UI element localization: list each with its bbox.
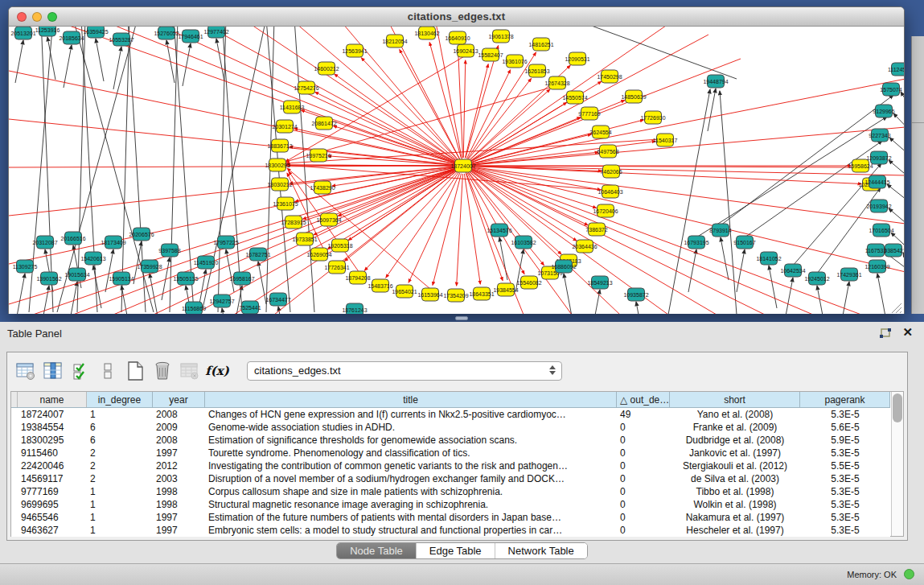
network-node[interactable]: 19205318 [327, 239, 352, 252]
network-node[interactable]: 16153964 [417, 288, 442, 301]
table-row[interactable]: 2242004622012Investigating the contribut… [11, 459, 890, 472]
network-node[interactable]: 15582407 [478, 48, 503, 61]
network-node[interactable]: 15905134 [109, 272, 133, 285]
network-node[interactable]: 16640910 [445, 31, 470, 44]
network-node[interactable]: 17016504 [869, 224, 893, 237]
network-node[interactable]: 15420613 [80, 252, 105, 265]
network-node[interactable]: 20861472 [311, 117, 336, 130]
network-node[interactable]: 16734477 [265, 293, 290, 306]
table-vertical-scrollbar[interactable] [891, 392, 903, 536]
network-node[interactable]: 20166516 [60, 232, 85, 245]
network-node[interactable]: 17726930 [640, 111, 665, 124]
network-node[interactable]: 7525441 [239, 301, 261, 314]
table-row[interactable]: 1456911722003Disruption of a novel membe… [11, 472, 890, 485]
table-row[interactable]: 911546021997Tourette syndrome. Phenomeno… [11, 447, 890, 459]
network-node[interactable]: 9397588 [158, 244, 180, 257]
network-node[interactable]: 1575074 [880, 83, 901, 96]
table-row[interactable]: 946362711997Embryonic stem cells: a mode… [11, 524, 890, 537]
network-node[interactable]: 18173409 [101, 236, 125, 249]
network-node[interactable]: 18212054 [382, 35, 407, 47]
table-selector-dropdown[interactable]: citations_edges.txt [247, 361, 562, 381]
table-row[interactable]: 969969511998Structural magnetic resonanc… [11, 498, 890, 511]
network-node[interactable]: 10935872 [623, 288, 648, 301]
network-node[interactable]: 19361076 [502, 55, 527, 68]
network-node[interactable]: 20301274 [272, 120, 297, 133]
network-node[interactable]: 8793914 [709, 224, 731, 237]
tab-network-table[interactable]: Network Table [495, 543, 587, 558]
network-node[interactable]: 9150167 [733, 236, 755, 249]
minimize-window-icon[interactable] [32, 12, 42, 22]
network-node[interactable]: 16902413 [453, 44, 478, 57]
network-node[interactable]: 18130462 [414, 27, 439, 39]
column-header-name[interactable]: name [18, 392, 87, 407]
network-node[interactable]: 16720406 [593, 204, 618, 217]
network-node[interactable]: 3624554 [589, 126, 611, 138]
select-columns-icon[interactable] [68, 359, 92, 383]
network-node[interactable]: 12942757 [209, 295, 234, 307]
network-node[interactable]: 9129966 [873, 105, 894, 117]
network-node[interactable]: 16103582 [511, 236, 536, 249]
network-node[interactable]: 19245012 [804, 272, 829, 285]
network-node[interactable]: 12563941 [342, 44, 367, 57]
network-node[interactable]: 11124579 [888, 63, 904, 76]
network-node[interactable]: 19384554 [493, 283, 518, 296]
network-node[interactable]: 11309275 [13, 260, 38, 273]
network-node[interactable]: 11451920 [194, 256, 219, 269]
table-mode-icon[interactable] [14, 359, 38, 383]
table-row[interactable]: 977716911998Corpus callosum shape and si… [11, 485, 890, 498]
network-node[interactable]: 17946461 [178, 30, 203, 43]
network-node[interactable]: 18643351 [469, 287, 494, 300]
network-node[interactable]: 11253916 [35, 27, 60, 36]
network-node[interactable]: 9777169 [578, 107, 600, 120]
column-header-gutter[interactable] [11, 392, 18, 407]
tab-node-table[interactable]: Node Table [337, 543, 417, 558]
network-node[interactable]: 20206576 [129, 228, 154, 241]
network-node[interactable]: 17438290 [310, 181, 335, 194]
zoom-window-icon[interactable] [47, 12, 57, 22]
network-node[interactable]: 16782751 [245, 248, 270, 261]
network-node[interactable]: 15546082 [516, 276, 541, 289]
column-header-pagerank[interactable]: pagerank [800, 392, 890, 407]
network-node[interactable]: 17429361 [836, 268, 861, 281]
network-node[interactable]: 18141052 [756, 252, 781, 265]
network-node[interactable]: 20312087 [32, 236, 57, 249]
column-header-year[interactable]: year [153, 392, 205, 407]
network-node[interactable]: 19733851 [292, 233, 317, 245]
table-row[interactable]: 1830029562008Estimation of significance … [11, 434, 890, 447]
network-node[interactable]: 9227343 [869, 129, 890, 142]
float-panel-icon[interactable] [879, 328, 892, 340]
network-node[interactable]: 19061378 [488, 30, 513, 43]
network-node[interactable]: 14816251 [528, 38, 553, 51]
column-header-in_degree[interactable]: in_degree [87, 392, 153, 407]
network-node[interactable]: 20185634 [59, 31, 84, 44]
network-node[interactable]: 16261853 [524, 64, 549, 77]
function-builder-icon[interactable]: f(x) [205, 359, 229, 383]
network-node[interactable]: 17450298 [597, 70, 622, 83]
network-node[interactable]: 7386372 [585, 223, 607, 236]
splitter-handle[interactable] [455, 316, 468, 320]
network-node[interactable]: 13901562 [36, 272, 61, 285]
network-node[interactable]: 11540317 [653, 134, 678, 146]
network-node[interactable]: 7462066 [600, 165, 622, 178]
network-node[interactable]: 18761243 [342, 303, 367, 314]
close-window-icon[interactable] [17, 12, 27, 22]
network-node[interactable]: 16793195 [684, 236, 708, 249]
network-node[interactable]: 1167533 [865, 244, 887, 257]
show-column-icon[interactable] [41, 359, 65, 383]
network-node[interactable]: 15958624 [848, 159, 873, 172]
network-node[interactable]: 11156869 [182, 302, 206, 314]
row-height-icon[interactable] [96, 359, 120, 383]
network-node[interactable]: 12090531 [565, 52, 589, 65]
delete-column-icon[interactable] [150, 359, 175, 383]
network-node[interactable]: 15134576 [487, 224, 511, 237]
panel-splitter[interactable] [0, 314, 924, 322]
network-node[interactable]: 14600212 [314, 62, 339, 75]
network-node[interactable]: 12674328 [544, 76, 569, 89]
network-node[interactable]: 18030212 [267, 178, 292, 191]
resize-grip-icon[interactable] [892, 303, 901, 313]
network-node[interactable]: 20364436 [572, 240, 597, 253]
scrollbar-thumb[interactable] [893, 393, 902, 422]
network-node[interactable]: 6497568 [597, 145, 618, 158]
network-node[interactable]: 17354209 [443, 289, 468, 302]
network-node[interactable]: 12160399 [864, 260, 889, 273]
